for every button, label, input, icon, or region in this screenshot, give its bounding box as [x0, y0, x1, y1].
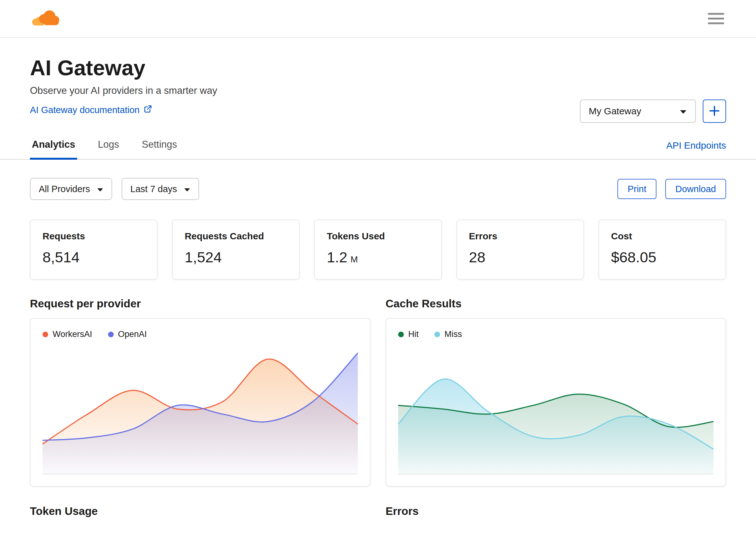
stat-suffix: M	[351, 254, 358, 265]
chart-card: WorkersAI OpenAI	[30, 318, 370, 486]
stat-label: Tokens Used	[326, 231, 429, 242]
page-title: AI Gateway	[30, 55, 726, 80]
token-usage-heading: Token Usage	[30, 505, 370, 518]
gateway-select-value: My Gateway	[589, 106, 641, 117]
topbar	[0, 0, 756, 38]
stat-value: 28	[469, 249, 485, 266]
legend-dot-icon	[108, 332, 114, 337]
chart-requests-per-provider: Request per provider WorkersAI OpenAI	[30, 297, 370, 486]
legend-item-hit: Hit	[398, 329, 419, 339]
external-link-icon	[143, 105, 152, 116]
stat-value: $68.05	[611, 249, 656, 266]
tabs-bar: Analytics Logs Settings API Endpoints	[0, 136, 756, 160]
legend-label: WorkersAI	[52, 329, 92, 339]
legend-dot-icon	[398, 332, 404, 337]
stat-card-cost: Cost $68.05	[599, 219, 726, 280]
providers-dropdown[interactable]: All Providers	[30, 178, 112, 200]
chart-title: Cache Results	[386, 297, 726, 310]
chart-card: Hit Miss	[386, 318, 726, 486]
legend-dot-icon	[434, 332, 440, 337]
legend-item-workersai: WorkersAI	[43, 329, 92, 339]
charts-row: Request per provider WorkersAI OpenAI Ca…	[0, 297, 756, 486]
plus-icon	[708, 105, 720, 118]
add-gateway-button[interactable]	[703, 100, 726, 123]
stat-card-errors: Errors 28	[457, 219, 584, 280]
filters-bar: All Providers Last 7 days Print Download	[0, 178, 756, 200]
documentation-link-label: AI Gateway documentation	[30, 105, 140, 115]
stat-label: Requests Cached	[185, 231, 287, 242]
legend-item-openai: OpenAI	[108, 329, 147, 339]
stats-row: Requests 8,514 Requests Cached 1,524 Tok…	[0, 219, 756, 280]
area-chart-cache-results	[398, 344, 713, 478]
hamburger-menu-icon[interactable]	[706, 11, 726, 26]
download-button[interactable]: Download	[665, 179, 726, 199]
legend-label: Hit	[408, 329, 419, 339]
stat-value: 8,514	[43, 249, 80, 266]
chevron-down-icon	[97, 184, 103, 194]
bottom-sections: Token Usage Errors	[0, 505, 756, 518]
stat-value: 1,524	[185, 249, 222, 266]
header-actions: My Gateway	[580, 100, 726, 123]
tabs: Analytics Logs Settings	[30, 136, 179, 159]
tab-logs[interactable]: Logs	[96, 136, 121, 159]
cloudflare-logo-icon	[30, 8, 60, 29]
stat-label: Errors	[469, 231, 571, 242]
print-button[interactable]: Print	[617, 179, 656, 199]
stat-card-tokens-used: Tokens Used 1.2M	[314, 219, 442, 280]
stat-label: Cost	[611, 231, 713, 242]
export-actions: Print Download	[617, 179, 726, 199]
chart-cache-results: Cache Results Hit Miss	[386, 297, 726, 486]
stat-label: Requests	[43, 231, 145, 242]
legend-dot-icon	[43, 332, 48, 337]
stat-value: 1.2	[326, 249, 347, 266]
filter-dropdowns: All Providers Last 7 days	[30, 178, 199, 200]
legend-label: Miss	[444, 329, 462, 339]
chart-title: Request per provider	[30, 297, 370, 310]
api-endpoints-link[interactable]: API Endpoints	[666, 140, 726, 159]
chart-legend: WorkersAI OpenAI	[43, 329, 358, 339]
tab-settings[interactable]: Settings	[140, 136, 179, 159]
legend-item-miss: Miss	[434, 329, 462, 339]
providers-dropdown-value: All Providers	[39, 184, 90, 194]
documentation-link[interactable]: AI Gateway documentation	[30, 105, 152, 116]
chevron-down-icon	[184, 184, 190, 194]
chart-legend: Hit Miss	[398, 329, 713, 339]
gateway-select[interactable]: My Gateway	[580, 100, 696, 123]
chevron-down-icon	[679, 106, 687, 117]
page-subtitle: Observe your AI providers in a smarter w…	[30, 85, 726, 96]
area-chart-requests-per-provider	[43, 344, 358, 478]
stat-card-requests-cached: Requests Cached 1,524	[172, 219, 299, 280]
legend-label: OpenAI	[118, 329, 147, 339]
page-header: AI Gateway Observe your AI providers in …	[0, 38, 756, 116]
date-range-dropdown-value: Last 7 days	[130, 184, 177, 194]
date-range-dropdown[interactable]: Last 7 days	[121, 178, 199, 200]
stat-card-requests: Requests 8,514	[30, 219, 157, 280]
tab-analytics[interactable]: Analytics	[30, 136, 77, 159]
errors-heading: Errors	[386, 505, 726, 518]
